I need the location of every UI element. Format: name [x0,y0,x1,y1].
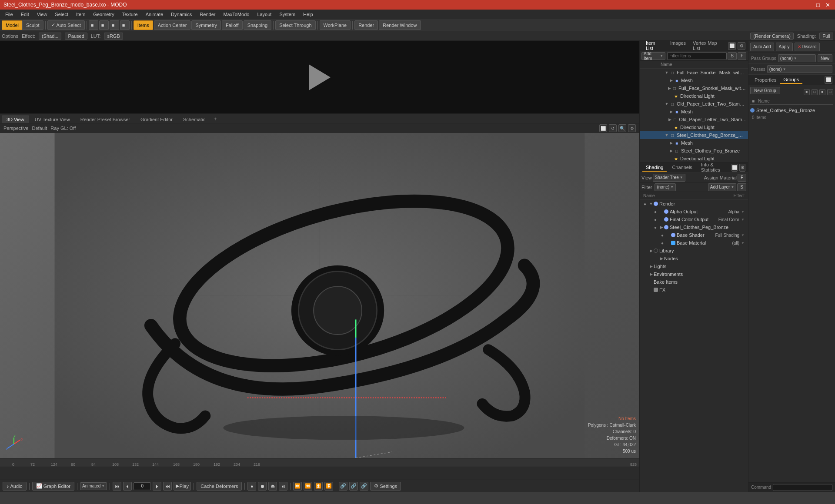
shader-final-color[interactable]: ● Final Color Output Final Color ▼ [640,216,748,223]
group-btn-2[interactable]: □ [812,89,818,95]
tree-item-9[interactable]: ▼ □ Steel_Clothes_Peg_Bronze_modo_... [640,131,748,139]
tree-toggle-5[interactable]: ▼ [664,101,669,106]
menu-help[interactable]: Help [300,11,317,18]
viewport-zoom-button[interactable]: 🔍 [618,124,626,132]
render-window-button[interactable]: Render Window [379,20,421,30]
tree-toggle-3[interactable]: ▶ [667,86,672,91]
settings-button[interactable]: ⚙ Settings [370,482,401,491]
group-entry-1[interactable]: Steel_Clothes_Peg_Bronze [750,106,833,114]
tree-item-6[interactable]: ▶ ■ Mesh [640,108,748,116]
viewport-3d[interactable]: Perspective Default Ray GL: Off ⬜ ↺ 🔍 ⚙ [0,123,639,458]
passes-dropdown[interactable]: (none) ▼ [767,65,832,73]
action-center-button[interactable]: Action Center [154,20,191,30]
nav-btn-2[interactable]: ⏪ [304,482,312,491]
maximize-button[interactable]: □ [814,1,822,9]
shader-alpha-output[interactable]: ● Alpha Output Alpha ▼ [640,208,748,216]
close-button[interactable]: ✕ [824,1,832,9]
timeline-tracks[interactable] [0,467,639,480]
shield-btn-4[interactable]: ■ [120,20,130,30]
menu-layout[interactable]: Layout [254,11,275,18]
tab-add-button[interactable]: + [211,115,220,123]
tab-render-preset[interactable]: Render Preset Browser [76,116,135,123]
frame-input[interactable] [134,482,151,490]
tab-uv-texture[interactable]: UV Texture View [30,116,75,123]
shader-base-shader[interactable]: ● Base Shader Full Shading ▼ [640,231,748,239]
tab-properties[interactable]: Properties [751,76,780,83]
shader-f-button[interactable]: F [738,174,746,182]
tree-item-10[interactable]: ▶ ■ Mesh [640,139,748,147]
shield-btn-1[interactable]: ■ [89,20,98,30]
lut-value[interactable]: sRGB [104,33,123,40]
go-start-button[interactable]: ⏮ [113,482,121,491]
tree-toggle-1[interactable]: ▼ [664,70,669,75]
shader-library[interactable]: ▶ Library [640,247,748,255]
auto-select-button[interactable]: ✓ Auto Select [47,20,85,30]
tab-schematic[interactable]: Schematic [178,116,210,123]
viewport-settings-button[interactable]: ⚙ [628,124,636,132]
shield-btn-2[interactable]: ■ [99,20,109,30]
symmetry-button[interactable]: Symmetry [191,20,221,30]
tree-toggle-9[interactable]: ▼ [664,133,669,138]
tab-shading[interactable]: Shading [642,164,667,172]
shader-nodes[interactable]: ▶ Nodes [640,255,748,262]
tree-toggle-7[interactable]: ▶ [668,117,672,122]
add-layer-dropdown[interactable]: Add Layer ▼ [708,183,737,191]
menu-texture[interactable]: Texture [119,11,141,18]
shader-base-material[interactable]: ● Base Material (all) ▼ [640,239,748,247]
tree-item-11[interactable]: ▶ □ Steel_Clothes_Peg_Bronze [640,147,748,155]
tree-item-1[interactable]: ▼ □ Full_Face_Snorkel_Mask_with_GoPro_He… [640,69,748,76]
filter-items-input[interactable] [667,52,727,60]
shader-fx[interactable]: FX [640,286,748,294]
tree-item-3[interactable]: ▶ □ Full_Face_Snorkel_Mask_with_GoPro_H.… [640,84,748,92]
tree-toggle-6[interactable]: ▶ [668,109,674,114]
viewport-expand-button[interactable]: ⬜ [599,124,607,132]
tree-item-2[interactable]: ▶ ■ Mesh [640,76,748,84]
minimize-button[interactable]: − [805,1,812,9]
tab-groups[interactable]: Groups [780,76,802,84]
tab-3d-view[interactable]: 3D View [2,116,29,123]
menu-system[interactable]: System [276,11,299,18]
shader-bake-items[interactable]: Bake Items [640,278,748,286]
record-btn-4[interactable]: ⏯ [279,482,287,491]
items-button[interactable]: Items [134,20,153,30]
menu-edit[interactable]: Edit [17,11,33,18]
viewport-reset-button[interactable]: ↺ [609,124,617,132]
shader-render[interactable]: ● ▼ Render [640,200,748,208]
apply-button[interactable]: Apply [776,43,793,51]
filter-none-dropdown[interactable]: (none) ▼ [655,183,676,191]
tab-channels[interactable]: Channels [668,164,695,172]
menu-render[interactable]: Render [196,11,219,18]
snapping-button[interactable]: Snapping [244,20,272,30]
falloff-button[interactable]: Falloff [222,20,243,30]
audio-button[interactable]: ♪ Audio [3,482,27,491]
menu-file[interactable]: File [2,11,17,18]
shading-expand-button[interactable]: ⬜ [731,164,738,172]
camera-value[interactable]: (Render Camera) [750,33,794,40]
preview-play-button[interactable] [307,64,333,90]
pass-groups-new-button[interactable]: New [818,54,832,62]
item-list-expand-button[interactable]: ⬜ [728,42,736,50]
shader-environments[interactable]: ▶ Environments [640,270,748,278]
shader-tree-dropdown[interactable]: Shader Tree ▼ [653,174,685,182]
step-back-button[interactable]: ⏴ [123,482,132,491]
pass-groups-dropdown[interactable]: (none) ▼ [778,54,816,62]
tab-vertex-map[interactable]: Vertex Map List [689,40,728,53]
play-button[interactable]: ▶ Play [174,482,191,491]
menu-maxtomodo[interactable]: MaxToModo [220,11,253,18]
effect-value[interactable]: (Shad... [39,33,62,40]
tab-info-stats[interactable]: Info & Statistics [698,162,728,174]
fx-btn-2[interactable]: 🔗 [349,482,358,491]
item-list-settings-button[interactable]: ⚙ [738,42,745,50]
record-btn-2[interactable]: ⏺ [258,482,267,491]
group-btn-3[interactable]: ■ [819,89,825,95]
shader-lights[interactable]: ▶ Lights [640,262,748,270]
select-through-button[interactable]: Select Through [275,20,315,30]
tree-item-4[interactable]: ★ Directional Light [640,92,748,100]
command-input[interactable] [773,484,832,491]
tree-item-7[interactable]: ▶ □ Old_Paper_Letter_Two_Stamps (2) [640,116,748,123]
nav-btn-4[interactable]: ⏬ [324,482,333,491]
tree-item-8[interactable]: ★ Directional Light [640,123,748,131]
group-btn-1[interactable]: ■ [804,89,810,95]
timeline-cursor[interactable] [22,467,22,480]
discard-button[interactable]: ✕ Discard [795,43,820,51]
